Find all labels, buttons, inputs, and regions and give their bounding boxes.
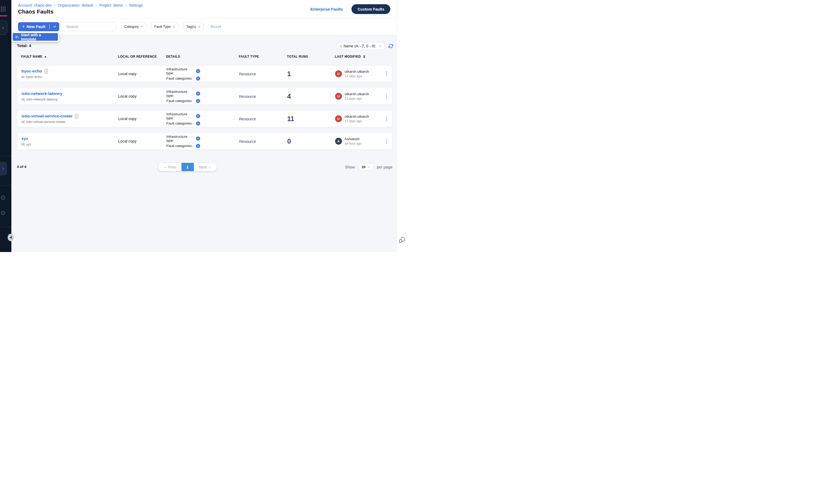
breadcrumb-organization-link[interactable]: Organization: default: [58, 3, 93, 7]
current-page-button[interactable]: 1: [181, 163, 194, 171]
modified-time: an hour ago: [345, 142, 362, 145]
fault-name-link[interactable]: istio-network-latency: [21, 91, 62, 96]
table-row[interactable]: xyz Id: xyz Local copy Infrastructure ty…: [17, 133, 392, 150]
faults-toolbar: + New Fault Category × Fault Type × Tag(…: [11, 18, 397, 35]
table-header-row: FAULT NAME LOCAL OR REFERENCE DETAILS FA…: [17, 55, 392, 58]
kebab-menu-icon[interactable]: [385, 138, 388, 145]
prev-page-button[interactable]: ← Prev: [158, 163, 181, 171]
fault-id-label: Id: xyz: [21, 142, 114, 146]
breadcrumb-project-link[interactable]: Project: demo: [99, 3, 123, 7]
filter-chip-label: Fault Type: [154, 25, 171, 29]
modified-by-name: utkarsh.utkarsh: [345, 114, 369, 118]
local-or-reference-value: Local copy: [114, 117, 162, 121]
fault-categories-label: Fault categories:: [166, 121, 196, 125]
sort-asc-icon: [44, 56, 47, 57]
breadcrumb-separator: ›: [95, 3, 97, 7]
fault-type-value: Resource: [235, 117, 283, 121]
kubernetes-icon: [196, 114, 200, 118]
close-icon[interactable]: ×: [198, 25, 200, 29]
avatar: A: [335, 138, 342, 145]
kubernetes-icon: [196, 136, 200, 141]
info-icon[interactable]: [1, 195, 5, 200]
menu-item-start-with-template[interactable]: Start with a template: [13, 33, 58, 41]
show-label: Show: [345, 165, 355, 169]
per-page-label: per page: [377, 165, 392, 169]
table-row[interactable]: byoc-echo Id: byoc-echo Local copy Infra…: [17, 65, 392, 82]
search-field: [61, 22, 116, 31]
search-input[interactable]: [66, 24, 116, 29]
breadcrumb-separator: ›: [125, 3, 127, 7]
close-icon[interactable]: ×: [141, 25, 143, 29]
table-row[interactable]: istio-network-latency Id: istio-network-…: [17, 88, 392, 105]
page-header: Account: chaos-dev › Organization: defau…: [11, 0, 397, 18]
modified-time: 13 days ago: [345, 97, 369, 100]
total-runs-value: 0: [283, 138, 331, 145]
enterprise-faults-link[interactable]: Enterprise Faults: [310, 7, 343, 11]
reset-filters-button[interactable]: Reset: [211, 24, 221, 29]
local-or-reference-value: Local copy: [114, 94, 162, 98]
filter-chip-fault-type[interactable]: Fault Type ×: [151, 22, 178, 31]
fault-id-label: Id: byoc-echo: [21, 75, 114, 79]
column-header-fault-name[interactable]: FAULT NAME: [17, 55, 114, 58]
kebab-menu-icon[interactable]: [385, 115, 388, 122]
fault-categories-label: Fault categories:: [166, 99, 196, 103]
fault-type-value: Resource: [235, 72, 283, 76]
fault-id-label: Id: istio-virtual-service-create: [21, 120, 114, 124]
new-fault-dropdown-menu: Start with a template: [12, 32, 59, 42]
chevron-left-icon: [10, 236, 12, 239]
new-fault-button[interactable]: + New Fault: [18, 22, 59, 31]
infrastructure-type-label: Infrastructure type:: [166, 135, 196, 143]
filter-chip-category[interactable]: Category ×: [121, 22, 146, 31]
infrastructure-type-label: Infrastructure type:: [166, 67, 196, 75]
refresh-icon: [388, 44, 393, 48]
infrastructure-type-label: Infrastructure type:: [166, 112, 196, 120]
sort-arrows-icon: ↑↓: [340, 44, 341, 48]
total-count-label: Total: 4: [17, 43, 31, 48]
app-grid-icon[interactable]: [1, 7, 6, 11]
page-size-select[interactable]: 10: [358, 163, 374, 171]
chat-bubbles-icon[interactable]: [399, 236, 406, 245]
fault-name-link[interactable]: xyz: [21, 136, 28, 141]
kubernetes-icon: [196, 99, 200, 103]
chevron-right-icon: [1, 26, 5, 30]
sort-select[interactable]: ↑↓ Name (A→Z, 0→9): [337, 42, 385, 50]
chaos-faults-page: Account: chaos-dev › Organization: defau…: [0, 0, 407, 252]
right-gutter: [397, 0, 407, 252]
modified-by-name: utkarsh.utkarsh: [345, 70, 369, 74]
filter-chip-label: Tag(s): [186, 25, 196, 29]
table-row[interactable]: istio-virtual-service-create Id: istio-v…: [17, 110, 392, 127]
filter-chip-tags[interactable]: Tag(s) ×: [183, 22, 204, 31]
left-nav-sidebar: [0, 0, 11, 252]
pagination-range-label: 4 of 4: [17, 165, 26, 169]
faults-table-body: byoc-echo Id: byoc-echo Local copy Infra…: [17, 65, 392, 155]
sort-select-value: Name (A→Z, 0→9): [344, 44, 377, 48]
refresh-button[interactable]: [388, 44, 393, 48]
breadcrumb-settings-link[interactable]: Settings: [129, 3, 143, 7]
close-icon[interactable]: ×: [173, 25, 175, 29]
breadcrumb-account-link[interactable]: Account: chaos-dev: [18, 3, 52, 7]
fault-id-label: Id: istio-network-latency: [21, 97, 114, 101]
local-or-reference-value: Local copy: [114, 72, 162, 76]
next-page-button[interactable]: Next →: [194, 163, 217, 171]
kubernetes-icon: [196, 91, 200, 96]
column-header-total-runs: TOTAL RUNS: [283, 55, 331, 58]
fault-name-link[interactable]: istio-virtual-service-create: [21, 114, 72, 118]
modified-time: 13 days ago: [345, 119, 369, 123]
sidebar-expand-button[interactable]: [0, 162, 7, 176]
script-icon: [44, 69, 48, 74]
sidebar-collapse-handle[interactable]: [8, 234, 14, 241]
nav-expand-button[interactable]: [0, 21, 7, 35]
menu-item-label: Start with a template: [21, 33, 56, 41]
fault-name-link[interactable]: byoc-echo: [21, 69, 42, 74]
column-header-last-modified[interactable]: LAST MODIFIED: [331, 55, 381, 58]
total-runs-value: 1: [283, 70, 331, 78]
kebab-menu-icon[interactable]: [385, 93, 388, 100]
column-header-fault-type: FAULT TYPE: [235, 55, 283, 58]
custom-faults-button[interactable]: Custom Faults: [351, 4, 390, 14]
script-icon: [75, 114, 78, 118]
new-fault-dropdown-toggle[interactable]: [50, 25, 59, 28]
kebab-menu-icon[interactable]: [385, 70, 388, 77]
sort-both-icon: [363, 55, 365, 58]
local-or-reference-value: Local copy: [114, 139, 162, 143]
help-info-icon[interactable]: [1, 211, 5, 215]
